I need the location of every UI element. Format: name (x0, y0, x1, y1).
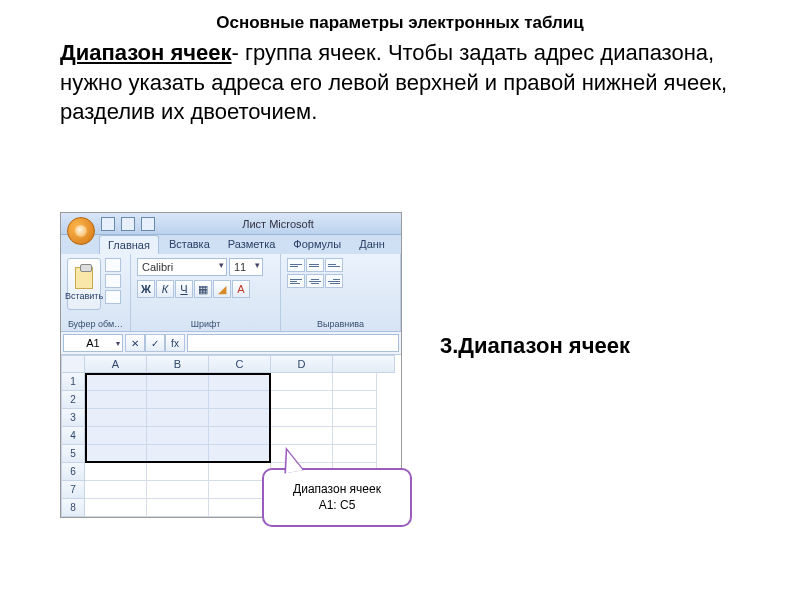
tab-formulas[interactable]: Формулы (285, 235, 349, 254)
row-header-6[interactable]: 6 (61, 463, 85, 481)
fx-button[interactable]: fx (165, 334, 185, 352)
group-clipboard-label: Буфер обм… (67, 319, 124, 329)
tab-layout[interactable]: Разметка (220, 235, 284, 254)
qat-undo-icon[interactable] (121, 217, 135, 231)
side-caption: 3.Диапазон ячеек (440, 332, 630, 361)
row-header-7[interactable]: 7 (61, 481, 85, 499)
ribbon-group-alignment: Выравнива (281, 254, 401, 331)
fill-color-button[interactable]: ◢ (213, 280, 231, 298)
align-center-button[interactable] (306, 274, 324, 288)
align-right-button[interactable] (325, 274, 343, 288)
paste-button[interactable]: Вставить (67, 258, 101, 310)
formula-bar-row: A1 ✕ ✓ fx (61, 332, 401, 355)
definition-sep: - (232, 40, 245, 65)
align-bottom-button[interactable] (325, 258, 343, 272)
row-header-2[interactable]: 2 (61, 391, 85, 409)
definition-term: Диапазон ячеек (60, 40, 232, 65)
cut-button[interactable] (105, 258, 121, 272)
window-title: Лист Microsoft (242, 218, 314, 230)
ribbon-tabs: Главная Вставка Разметка Формулы Данн (61, 235, 401, 254)
cancel-formula-button[interactable]: ✕ (125, 334, 145, 352)
underline-button[interactable]: Ч (175, 280, 193, 298)
italic-button[interactable]: К (156, 280, 174, 298)
row-header-4[interactable]: 4 (61, 427, 85, 445)
qat-redo-icon[interactable] (141, 217, 155, 231)
format-painter-button[interactable] (105, 290, 121, 304)
bold-button[interactable]: Ж (137, 280, 155, 298)
office-button[interactable] (67, 217, 95, 245)
excel-titlebar: Лист Microsoft (61, 213, 401, 235)
col-header-e[interactable] (333, 355, 395, 373)
col-header-a[interactable]: A (85, 355, 147, 373)
paste-label: Вставить (65, 291, 103, 301)
group-font-label: Шрифт (137, 319, 274, 329)
ribbon-group-font: Calibri 11 Ж К Ч ▦ ◢ A Шрифт (131, 254, 281, 331)
row-header-5[interactable]: 5 (61, 445, 85, 463)
border-button[interactable]: ▦ (194, 280, 212, 298)
select-all-corner[interactable] (61, 355, 85, 373)
callout-bubble: Диапазон ячеек А1: С5 (262, 468, 412, 527)
col-header-c[interactable]: C (209, 355, 271, 373)
col-header-b[interactable]: B (147, 355, 209, 373)
page-title: Основные параметры электронных таблиц (0, 0, 800, 34)
enter-formula-button[interactable]: ✓ (145, 334, 165, 352)
align-top-button[interactable] (287, 258, 305, 272)
font-name-combo[interactable]: Calibri (137, 258, 227, 276)
ribbon: Вставить Буфер обм… Calibri 11 (61, 254, 401, 332)
callout-line1: Диапазон ячеек (272, 482, 402, 498)
definition-paragraph: Диапазон ячеек- группа ячеек. Чтобы зада… (0, 34, 800, 127)
align-middle-button[interactable] (306, 258, 324, 272)
copy-button[interactable] (105, 274, 121, 288)
callout-line2: А1: С5 (272, 498, 402, 514)
row-header-3[interactable]: 3 (61, 409, 85, 427)
group-align-label: Выравнива (287, 319, 394, 329)
font-color-button[interactable]: A (232, 280, 250, 298)
align-left-button[interactable] (287, 274, 305, 288)
formula-bar[interactable] (187, 334, 399, 352)
tab-data[interactable]: Данн (351, 235, 393, 254)
ribbon-group-clipboard: Вставить Буфер обм… (61, 254, 131, 331)
font-size-combo[interactable]: 11 (229, 258, 263, 276)
tab-home[interactable]: Главная (99, 235, 159, 254)
row-header-1[interactable]: 1 (61, 373, 85, 391)
name-box[interactable]: A1 (63, 334, 123, 352)
row-header-8[interactable]: 8 (61, 499, 85, 517)
qat-save-icon[interactable] (101, 217, 115, 231)
tab-insert[interactable]: Вставка (161, 235, 218, 254)
clipboard-icon (75, 267, 93, 289)
col-header-d[interactable]: D (271, 355, 333, 373)
